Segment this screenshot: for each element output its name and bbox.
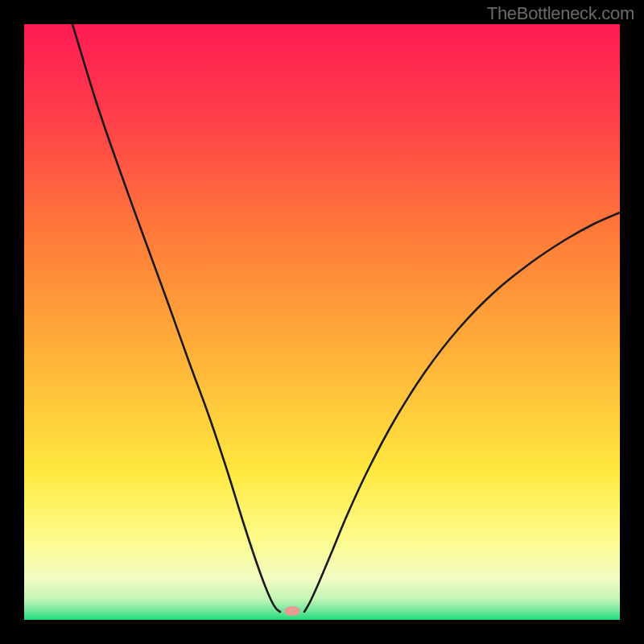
- minimum-marker: [284, 606, 300, 616]
- plot-svg: [24, 24, 620, 620]
- gradient-background: [24, 24, 620, 620]
- plot-area: [24, 24, 620, 620]
- chart-frame: [0, 0, 644, 644]
- watermark-text: TheBottleneck.com: [487, 3, 634, 24]
